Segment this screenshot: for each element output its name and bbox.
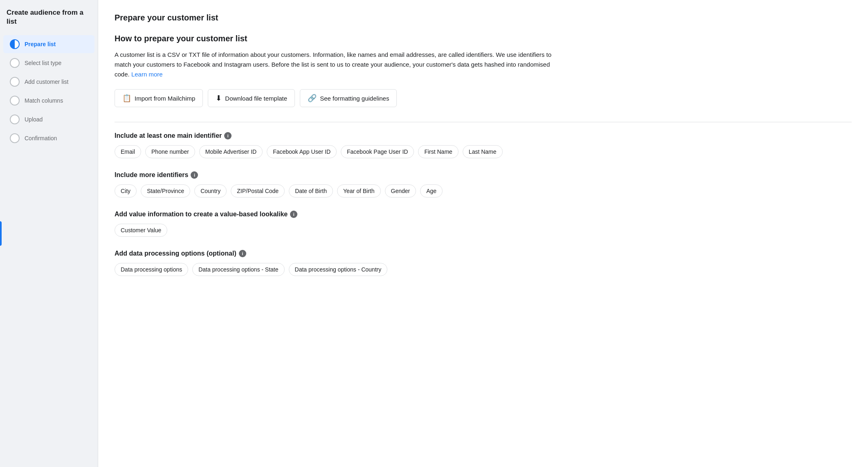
tag-data-processing-options: Data processing options xyxy=(115,263,188,276)
tag-phone-number: Phone number xyxy=(145,145,195,158)
left-accent xyxy=(0,221,2,246)
page-title: Prepare your customer list xyxy=(115,13,852,22)
tag-last-name: Last Name xyxy=(463,145,503,158)
tag-data-processing-options-state: Data processing options - State xyxy=(192,263,284,276)
tag-facebook-page-user-id: Facebook Page User ID xyxy=(341,145,414,158)
more-identifiers-label: Include more identifiers i xyxy=(115,171,852,179)
more-identifiers-tags: CityState/ProvinceCountryZIP/Postal Code… xyxy=(115,184,852,198)
sidebar-item-add-customer-list[interactable]: Add customer list xyxy=(3,73,94,91)
sidebar-icon-confirmation xyxy=(10,133,20,143)
import-mailchimp-label: Import from Mailchimp xyxy=(135,95,195,102)
tag-mobile-advertiser-id: Mobile Advertiser ID xyxy=(199,145,263,158)
main-identifiers-tags: EmailPhone numberMobile Advertiser IDFac… xyxy=(115,145,852,158)
tag-year-of-birth: Year of Birth xyxy=(337,184,381,198)
formatting-guidelines-label: See formatting guidelines xyxy=(320,95,389,102)
tag-zip-postal-code: ZIP/Postal Code xyxy=(231,184,285,198)
sidebar-title: Create audience from a list xyxy=(0,8,98,34)
tag-country: Country xyxy=(194,184,227,198)
sidebar-item-confirmation[interactable]: Confirmation xyxy=(3,129,94,147)
sidebar-label-upload: Upload xyxy=(25,116,43,123)
sidebar-item-match-columns[interactable]: Match columns xyxy=(3,92,94,110)
sidebar-icon-match-columns xyxy=(10,96,20,106)
main-identifiers-info-icon[interactable]: i xyxy=(224,132,232,139)
sidebar-item-upload[interactable]: Upload xyxy=(3,110,94,128)
sidebar-icon-prepare-list xyxy=(10,39,20,49)
sidebar-label-match-columns: Match columns xyxy=(25,97,63,104)
download-template-label: Download file template xyxy=(225,95,287,102)
value-info-icon[interactable]: i xyxy=(290,211,297,218)
sidebar-icon-upload xyxy=(10,115,20,124)
sidebar-items-container: Prepare listSelect list typeAdd customer… xyxy=(0,34,98,148)
sidebar-label-select-list-type: Select list type xyxy=(25,60,61,66)
download-template-icon: ⬇ xyxy=(216,94,222,103)
section-title: How to prepare your customer list xyxy=(115,34,852,43)
divider-1 xyxy=(115,122,852,122)
sidebar-label-prepare-list: Prepare list xyxy=(25,41,56,47)
formatting-guidelines-button[interactable]: 🔗See formatting guidelines xyxy=(300,89,397,107)
value-section: Add value information to create a value-… xyxy=(115,211,852,237)
data-processing-label: Add data processing options (optional) i xyxy=(115,250,852,257)
formatting-guidelines-icon: 🔗 xyxy=(308,94,317,103)
description-text: A customer list is a CSV or TXT file of … xyxy=(115,50,564,79)
value-section-label: Add value information to create a value-… xyxy=(115,211,852,218)
data-processing-tags: Data processing optionsData processing o… xyxy=(115,263,852,276)
tag-city: City xyxy=(115,184,137,198)
sidebar-item-prepare-list[interactable]: Prepare list xyxy=(3,35,94,53)
value-tags: Customer Value xyxy=(115,224,852,237)
tag-customer-value: Customer Value xyxy=(115,224,167,237)
import-mailchimp-icon: 📋 xyxy=(122,94,131,103)
tag-email: Email xyxy=(115,145,141,158)
main-identifiers-label: Include at least one main identifier i xyxy=(115,132,852,139)
action-buttons: 📋Import from Mailchimp⬇Download file tem… xyxy=(115,89,852,107)
sidebar-icon-add-customer-list xyxy=(10,77,20,87)
description-part1: A customer list is a CSV or TXT file of … xyxy=(115,51,551,78)
main-identifiers-section: Include at least one main identifier i E… xyxy=(115,132,852,158)
data-processing-section: Add data processing options (optional) i… xyxy=(115,250,852,276)
download-template-button[interactable]: ⬇Download file template xyxy=(208,89,295,107)
main-content: Prepare your customer list How to prepar… xyxy=(98,0,868,467)
sidebar-label-add-customer-list: Add customer list xyxy=(25,79,68,85)
tag-state-province: State/Province xyxy=(141,184,190,198)
sidebar-label-confirmation: Confirmation xyxy=(25,135,57,141)
import-mailchimp-button[interactable]: 📋Import from Mailchimp xyxy=(115,89,203,107)
sidebar: Create audience from a list Prepare list… xyxy=(0,0,98,467)
more-identifiers-section: Include more identifiers i CityState/Pro… xyxy=(115,171,852,198)
tag-gender: Gender xyxy=(385,184,416,198)
data-processing-info-icon[interactable]: i xyxy=(239,250,246,257)
learn-more-link[interactable]: Learn more xyxy=(131,71,163,78)
tag-data-processing-options-country: Data processing options - Country xyxy=(289,263,388,276)
tag-first-name: First Name xyxy=(418,145,458,158)
sidebar-icon-select-list-type xyxy=(10,58,20,68)
tag-facebook-app-user-id: Facebook App User ID xyxy=(267,145,337,158)
more-identifiers-info-icon[interactable]: i xyxy=(191,171,198,179)
sidebar-item-select-list-type[interactable]: Select list type xyxy=(3,54,94,72)
tag-age: Age xyxy=(420,184,443,198)
tag-date-of-birth: Date of Birth xyxy=(289,184,333,198)
